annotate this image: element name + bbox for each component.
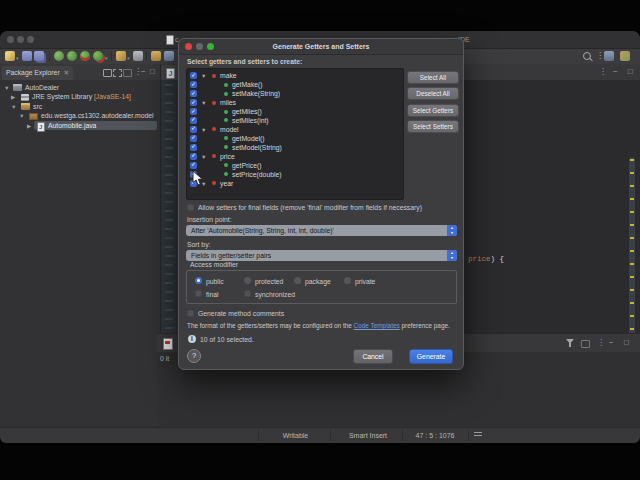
tree-row-jre[interactable]: ▶ JRE System Library [JavaSE-14]	[0, 92, 160, 102]
tree-item-label[interactable]: src	[33, 102, 42, 112]
generate-button[interactable]: Generate	[409, 349, 453, 364]
view-menu-icon[interactable]: ⋮	[597, 339, 605, 347]
member-label[interactable]: setMiles(int)	[232, 116, 269, 125]
radio-protected[interactable]	[244, 277, 251, 284]
checkbox-getmodel[interactable]	[190, 135, 197, 142]
radio-public[interactable]	[195, 277, 202, 284]
generate-comments-checkbox[interactable]	[187, 310, 194, 317]
run-config-icon[interactable]	[93, 51, 103, 61]
checkbox-getmiles[interactable]	[190, 108, 197, 115]
minimize-view-icon[interactable]: −	[613, 68, 618, 76]
flag-icon[interactable]	[581, 340, 590, 348]
allow-setters-checkbox[interactable]	[187, 204, 194, 211]
insertion-point-select[interactable]: After 'Automobile(String, String, int, i…	[186, 225, 457, 236]
member-label[interactable]: make	[220, 71, 237, 80]
search-icon[interactable]	[583, 52, 591, 60]
open-perspective-icon[interactable]	[604, 51, 614, 61]
save-icon[interactable]	[22, 51, 32, 61]
synchronized-label[interactable]: synchronized	[255, 291, 295, 298]
open-folder-icon[interactable]	[151, 51, 161, 61]
tab-automobile-java[interactable]: J	[161, 65, 179, 80]
radio-package-label[interactable]: package	[305, 278, 331, 285]
checkbox-setmodel[interactable]	[190, 144, 197, 151]
radio-private-label[interactable]: private	[355, 278, 375, 285]
minimize-button[interactable]	[196, 43, 203, 50]
import-folder-icon[interactable]	[164, 51, 174, 61]
close-button[interactable]	[185, 43, 192, 50]
java-perspective-icon[interactable]	[620, 51, 630, 61]
close-button[interactable]	[7, 36, 14, 43]
member-label[interactable]: setModel(String)	[232, 143, 282, 152]
coverage-icon[interactable]	[80, 51, 90, 61]
tree-row-src[interactable]: ▼ src	[0, 102, 160, 112]
new-wizard-icon[interactable]	[5, 51, 15, 61]
cancel-button[interactable]: Cancel	[353, 349, 393, 364]
radio-package[interactable]	[294, 277, 301, 284]
tree-row[interactable]: setMake(String)	[187, 89, 401, 98]
checkbox-setmiles[interactable]	[190, 117, 197, 124]
final-checkbox[interactable]	[195, 290, 202, 297]
member-label[interactable]: getMake()	[232, 80, 263, 89]
tree-item-label[interactable]: Automobile.java	[48, 121, 96, 131]
tree-item-label[interactable]: JRE System Library [JavaSE-14]	[32, 92, 131, 102]
member-label[interactable]: getPrice()	[232, 161, 261, 170]
tree-row[interactable]: ▼model	[187, 125, 401, 134]
tree-row[interactable]: setMiles(int)	[187, 116, 401, 125]
tree-row[interactable]: getMake()	[187, 80, 401, 89]
synchronized-checkbox[interactable]	[244, 290, 251, 297]
member-label[interactable]: model	[220, 125, 239, 134]
new-class-dropdown-icon[interactable]: ▾	[127, 55, 130, 61]
radio-public-label[interactable]: public	[206, 278, 224, 285]
help-button[interactable]: ?	[187, 349, 201, 363]
tree-row[interactable]: getModel()	[187, 134, 401, 143]
chevron-right-icon[interactable]: ▶	[27, 122, 31, 132]
minimize-view-icon[interactable]: −	[141, 68, 146, 76]
bottom-panel-tab-icon[interactable]	[163, 338, 173, 350]
tree-row-automobile[interactable]: ▶ J Automobile.java	[0, 121, 160, 131]
focus-icon[interactable]	[123, 69, 132, 77]
tree-row[interactable]: setModel(String)	[187, 143, 401, 152]
zoom-button[interactable]	[207, 43, 214, 50]
tree-row[interactable]: ▼make	[187, 71, 401, 80]
checkbox-miles[interactable]	[190, 99, 197, 106]
member-label[interactable]: setPrice(double)	[232, 170, 282, 179]
code-templates-link[interactable]: Code Templates	[354, 322, 400, 329]
save-all-icon[interactable]	[34, 51, 44, 61]
zoom-button[interactable]	[27, 36, 34, 43]
minimize-button[interactable]	[17, 36, 24, 43]
debug-icon[interactable]	[54, 51, 64, 61]
checkbox-model[interactable]	[190, 126, 197, 133]
status-menu-icon[interactable]	[474, 432, 482, 438]
view-menu-icon[interactable]: ⋮	[596, 51, 604, 60]
member-label[interactable]: getModel()	[232, 134, 265, 143]
maximize-view-icon[interactable]: □	[150, 68, 155, 76]
new-wizard-dropdown-icon[interactable]: ▾	[16, 55, 19, 61]
maximize-view-icon[interactable]: □	[624, 339, 629, 347]
maximize-view-icon[interactable]: □	[628, 68, 633, 76]
tree-item-label[interactable]: AutoDealer	[25, 83, 59, 93]
checkbox-getmake[interactable]	[190, 81, 197, 88]
tab-package-explorer[interactable]: Package Explorer ✕	[2, 66, 73, 80]
link-with-editor-icon[interactable]	[113, 69, 122, 77]
radio-protected-label[interactable]: protected	[255, 278, 283, 285]
radio-private[interactable]	[344, 277, 351, 284]
close-tab-icon[interactable]: ✕	[64, 69, 70, 76]
checkbox-make[interactable]	[190, 72, 197, 79]
checkbox-price[interactable]	[190, 153, 197, 160]
select-all-button[interactable]: Select All	[407, 71, 459, 84]
checkbox-getprice[interactable]	[190, 162, 197, 169]
minimize-view-icon[interactable]: −	[609, 339, 614, 347]
tree-row[interactable]: getPrice()	[187, 161, 401, 170]
member-label[interactable]: price	[220, 152, 235, 161]
tree-row[interactable]: setPrice(double)	[187, 170, 401, 179]
new-class-icon[interactable]	[116, 51, 126, 61]
tree-item-label[interactable]: edu.westga.cs1302.autodealer.model	[41, 111, 154, 121]
tasks-icon[interactable]	[133, 51, 143, 61]
tree-row[interactable]: ▼price	[187, 152, 401, 161]
deselect-all-button[interactable]: Deselect All	[407, 87, 459, 100]
member-label[interactable]: year	[220, 179, 233, 188]
view-menu-icon[interactable]: ⋮	[599, 68, 607, 76]
tree-row[interactable]: ▼year	[187, 179, 401, 188]
run-dropdown-icon[interactable]: ▾	[105, 55, 108, 61]
sort-by-select[interactable]: Fields in getter/setter pairs ▲▼	[186, 250, 457, 261]
